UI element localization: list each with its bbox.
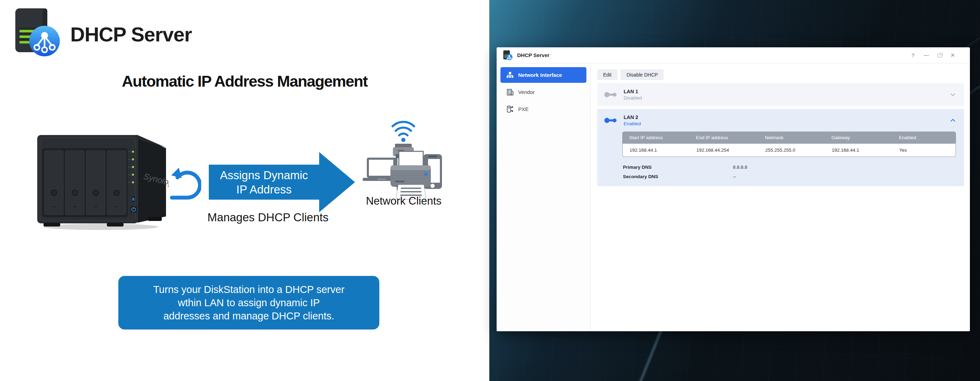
description-box: Turns your DiskStation into a DHCP serve… (118, 276, 379, 330)
arrow-caption: Manages DHCP Clients (198, 211, 337, 224)
pxe-boot-icon (506, 105, 514, 113)
cell-start-ip: 192.168.44.1 (623, 148, 696, 153)
cell-netmask: 255.255.255.0 (765, 148, 832, 153)
app-logo-row: DHCP Server (13, 8, 192, 57)
chevron-down-icon[interactable] (950, 92, 956, 98)
promo-app-title: DHCP Server (70, 22, 192, 46)
assigns-arrow: Assigns Dynamic IP Address (209, 152, 355, 212)
promo-heading: Automatic IP Address Management (0, 72, 489, 90)
table-header-row: Start IP address End IP address Netmask … (622, 132, 956, 144)
dns-value: 8.8.8.8 (733, 165, 956, 170)
window-titlebar[interactable]: DHCP Server ? — ✕ (496, 47, 970, 64)
sidebar-item-vendor[interactable]: Vendor (500, 84, 586, 100)
window-controls: ? — ✕ (910, 52, 970, 58)
interface-status: Enabled (624, 121, 641, 126)
col-header: Start IP address (622, 135, 696, 140)
col-header: Netmask (765, 135, 831, 140)
sidebar-item-label: Vendor (518, 89, 535, 95)
disable-dhcp-button[interactable]: Disable DHCP (620, 69, 663, 80)
table-row[interactable]: 192.168.44.1 192.168.44.254 255.255.255.… (622, 144, 956, 157)
description-line3: addresses and manage DHCP clients. (163, 309, 334, 322)
cell-enabled: Yes (899, 148, 956, 153)
col-header: End IP address (696, 135, 765, 140)
restore-icon[interactable] (937, 52, 942, 58)
interface-name: LAN 2 (624, 114, 641, 120)
cell-gateway: 192.168.44.1 (832, 148, 899, 153)
window-main: Edit Disable DHCP LAN 1 Disabled (590, 64, 970, 331)
dhcp-server-window: DHCP Server ? — ✕ (496, 47, 970, 331)
dns-row-primary: Primary DNS 8.8.8.8 (623, 162, 956, 172)
building-icon (506, 88, 514, 96)
sidebar-item-label: Network Interface (518, 72, 562, 78)
window-sidebar: Network Interface (496, 64, 590, 331)
dhcp-app-icon (13, 8, 60, 57)
clients-caption: Network Clients (355, 195, 452, 207)
window-title: DHCP Server (517, 52, 549, 58)
dns-section: Primary DNS 8.8.8.8 Secondary DNS -- (623, 162, 956, 181)
arrow-label-line1: Assigns Dynamic (220, 168, 308, 182)
arrow-label-line2: IP Address (236, 182, 292, 197)
promo-panel: DHCP Server Automatic IP Address Managem… (0, 0, 489, 381)
printer-icon (390, 151, 431, 199)
wifi-dot (401, 138, 406, 142)
minimize-icon[interactable]: — (924, 52, 929, 58)
interface-panel-lan2: LAN 2 Enabled Start IP address End IP ad… (597, 109, 964, 186)
chevron-up-icon[interactable] (950, 117, 956, 124)
rotate-arrow-icon (170, 163, 201, 206)
dns-value: -- (733, 174, 956, 179)
col-header: Enabled (899, 135, 956, 140)
dns-row-secondary: Secondary DNS -- (623, 172, 956, 181)
cell-end-ip: 192.168.44.254 (696, 148, 765, 153)
interface-row-lan2[interactable]: LAN 2 Enabled (597, 109, 964, 132)
description-line2: wthin LAN to assign dynamic IP (178, 296, 320, 309)
help-icon[interactable]: ? (910, 52, 916, 58)
sidebar-item-label: PXE (518, 106, 529, 112)
screenshot-canvas: DHCP Server Automatic IP Address Managem… (0, 0, 980, 381)
dns-label: Primary DNS (623, 165, 733, 170)
col-header: Gateway (831, 135, 899, 140)
interface-name: LAN 1 (624, 89, 642, 94)
interface-row-lan1[interactable]: LAN 1 Disabled (597, 83, 964, 106)
network-hierarchy-icon (506, 71, 514, 79)
edit-button[interactable]: Edit (597, 69, 617, 80)
sidebar-item-network-interface[interactable]: Network Interface (500, 67, 586, 83)
wifi-icon (393, 122, 414, 135)
dhcp-range-table: Start IP address End IP address Netmask … (622, 132, 956, 157)
connector-icon-enabled (604, 117, 617, 124)
window-app-icon (503, 50, 512, 60)
synology-nas-image: Synology (33, 129, 169, 232)
toolbar: Edit Disable DHCP (597, 69, 964, 80)
sidebar-item-pxe[interactable]: PXE (500, 101, 586, 117)
connector-icon-disabled (604, 92, 617, 98)
dns-label: Secondary DNS (623, 174, 733, 179)
interface-status: Disabled (624, 95, 642, 100)
close-icon[interactable]: ✕ (950, 52, 955, 58)
description-line1: Turns your DiskStation into a DHCP serve… (153, 283, 345, 296)
